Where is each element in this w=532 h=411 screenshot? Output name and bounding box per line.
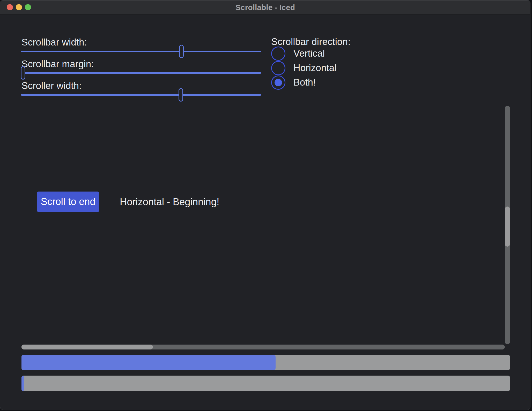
slider-rail[interactable] [21, 51, 261, 52]
vertical-scrollbar-thumb[interactable] [505, 207, 510, 247]
window-title: Scrollable - Iced [0, 0, 530, 14]
progress-fill [21, 355, 276, 370]
scrollbar-width-slider[interactable] [21, 45, 261, 58]
radio-circle [271, 75, 285, 90]
vertical-scrollbar-rail[interactable] [505, 106, 510, 344]
slider-rail[interactable] [21, 72, 261, 74]
radio-dot [275, 50, 282, 57]
radio-label: Horizontal [293, 63, 337, 73]
radio-both[interactable]: Both! [271, 75, 316, 90]
scrollbar-margin-slider[interactable] [21, 66, 261, 80]
radio-vertical[interactable]: Vertical [271, 46, 325, 61]
scroll-viewport[interactable] [21, 106, 510, 349]
slider-handle[interactable] [179, 45, 184, 58]
scroller-width-slider[interactable] [21, 88, 261, 102]
radio-dot [275, 79, 282, 86]
scrollbar-direction-label: Scrollbar direction: [271, 36, 350, 48]
radio-label: Vertical [293, 48, 325, 59]
scroll-status-text: Horizontal - Beginning! [120, 192, 219, 212]
vertical-scroll-progressbar [21, 355, 510, 370]
app-window: Scrollable - Iced Scrollbar width: Scrol… [0, 0, 530, 410]
radio-dot [275, 64, 282, 72]
slider-handle[interactable] [179, 88, 183, 102]
radio-horizontal[interactable]: Horizontal [271, 61, 337, 75]
radio-circle [271, 61, 285, 75]
scroll-to-end-button[interactable]: Scroll to end [37, 192, 99, 212]
horizontal-scrollbar-rail[interactable] [21, 345, 505, 349]
slider-handle[interactable] [21, 66, 25, 80]
horizontal-scrollbar-thumb[interactable] [21, 345, 153, 349]
radio-circle [271, 47, 285, 61]
progress-fill [21, 376, 24, 391]
titlebar: Scrollable - Iced [0, 0, 530, 14]
horizontal-scroll-progressbar [21, 376, 510, 391]
radio-label: Both! [293, 77, 316, 88]
slider-rail[interactable] [21, 94, 261, 96]
